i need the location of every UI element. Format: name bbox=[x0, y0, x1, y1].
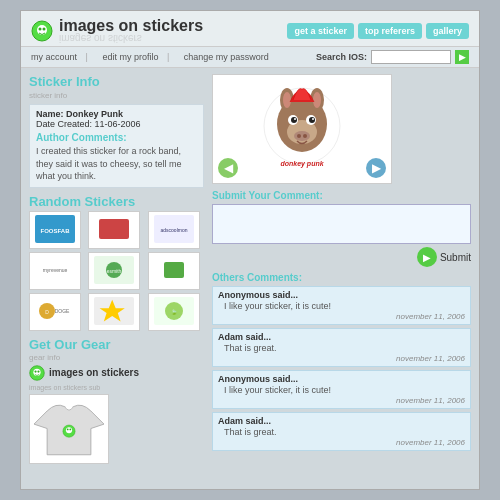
sticker-thumb[interactable] bbox=[148, 252, 200, 290]
svg-text:DOGE: DOGE bbox=[55, 308, 70, 314]
comment-text: That is great. bbox=[218, 343, 465, 353]
sticker-image-area: donkey punk bbox=[252, 84, 352, 174]
svg-text:myrevenue: myrevenue bbox=[43, 267, 68, 273]
comment-date: november 11, 2006 bbox=[218, 438, 465, 447]
gear-logo-icon bbox=[29, 365, 45, 381]
get-sticker-btn[interactable]: get a sticker bbox=[287, 23, 354, 39]
change-password-link[interactable]: change my password bbox=[184, 52, 269, 62]
sticker-name-row: Name: Donkey Punk bbox=[36, 109, 197, 119]
svg-point-29 bbox=[37, 370, 39, 372]
comment-date: november 11, 2006 bbox=[218, 354, 465, 363]
next-button[interactable]: ▶ bbox=[366, 158, 386, 178]
sticker-preview-box: donkey punk ◀ ▶ bbox=[212, 74, 392, 184]
sticker-thumb[interactable] bbox=[88, 293, 140, 331]
prev-button[interactable]: ◀ bbox=[218, 158, 238, 178]
comment-text: That is great. bbox=[218, 427, 465, 437]
thumb-label: 🍃 bbox=[154, 297, 194, 326]
submit-button[interactable]: ▶ Submit bbox=[417, 247, 471, 267]
comment-date: november 11, 2006 bbox=[218, 396, 465, 405]
svg-point-28 bbox=[34, 370, 36, 372]
search-label: Search IOS: bbox=[316, 52, 367, 62]
sticker-thumb[interactable]: D DOGE bbox=[29, 293, 81, 331]
search-input[interactable] bbox=[371, 50, 451, 64]
sticker-thumb[interactable]: FOOSFAB bbox=[29, 211, 81, 249]
svg-point-46 bbox=[312, 118, 314, 120]
date-row: Date Created: 11-06-2006 bbox=[36, 119, 197, 129]
submit-label: Submit bbox=[440, 252, 471, 263]
thumb-label: esmith bbox=[94, 256, 134, 285]
logo-icon bbox=[31, 20, 53, 42]
submit-row: ▶ Submit bbox=[212, 247, 471, 267]
gear-title: Get Our Gear bbox=[29, 337, 204, 352]
sticker-thumb[interactable] bbox=[88, 211, 140, 249]
go-arrow-icon: ▶ bbox=[459, 52, 466, 62]
top-referers-btn[interactable]: top referers bbox=[358, 23, 422, 39]
comment-item: Anonymous said... I like your sticker, i… bbox=[212, 370, 471, 409]
sticker-thumb[interactable]: adscoolmon bbox=[148, 211, 200, 249]
thumb-label: FOOSFAB bbox=[35, 215, 75, 244]
svg-point-45 bbox=[294, 118, 296, 120]
svg-rect-16 bbox=[164, 262, 184, 278]
donkey-sticker-image: donkey punk bbox=[255, 84, 350, 174]
tshirt-svg bbox=[34, 396, 104, 461]
search-go-button[interactable]: ▶ bbox=[455, 50, 469, 64]
page-wrapper: images on stickers images on stickers ge… bbox=[20, 10, 480, 490]
thumb-label: adscoolmon bbox=[154, 215, 194, 244]
svg-point-39 bbox=[313, 92, 321, 108]
svg-point-37 bbox=[283, 92, 291, 108]
date-label: Date Created: bbox=[36, 119, 92, 129]
random-stickers-title: Random Stickers bbox=[29, 194, 204, 209]
svg-text:FOOSFAB: FOOSFAB bbox=[40, 228, 70, 234]
comment-date: november 11, 2006 bbox=[218, 312, 465, 321]
thumb-label: D DOGE bbox=[35, 297, 75, 326]
comment-author: Adam said... bbox=[218, 332, 465, 342]
author-comments-title: Author Comments: bbox=[36, 132, 197, 143]
sub-nav: my account | edit my profilo | change my… bbox=[31, 52, 275, 62]
left-column: Sticker Info sticker info Name: Donkey P… bbox=[29, 74, 204, 464]
sticker-thumb[interactable]: myrevenue bbox=[29, 252, 81, 290]
edit-profile-link[interactable]: edit my profilo bbox=[102, 52, 158, 62]
separator1: | bbox=[86, 52, 88, 62]
header-reflection: images on stickers bbox=[59, 33, 203, 44]
comment-textarea[interactable] bbox=[212, 204, 471, 244]
svg-point-47 bbox=[294, 131, 310, 141]
sub-header: my account | edit my profilo | change my… bbox=[21, 47, 479, 68]
comment-item: Anonymous said... I like your sticker, i… bbox=[212, 286, 471, 325]
comment-author: Anonymous said... bbox=[218, 374, 465, 384]
svg-point-49 bbox=[303, 134, 307, 138]
svg-point-32 bbox=[67, 429, 69, 431]
author-comment-text: I created this sticker for a rock band, … bbox=[36, 145, 197, 183]
comment-text: I like your sticker, it is cute! bbox=[218, 301, 465, 311]
comment-item: Adam said... That is great. november 11,… bbox=[212, 412, 471, 451]
svg-rect-7 bbox=[99, 219, 129, 239]
svg-text:adscoolmon: adscoolmon bbox=[160, 227, 187, 233]
comment-author: Adam said... bbox=[218, 416, 465, 426]
sticker-thumb[interactable]: 🍃 bbox=[148, 293, 200, 331]
gear-logo-sub: images on stickers sub bbox=[29, 384, 204, 391]
sticker-info-box: Name: Donkey Punk Date Created: 11-06-20… bbox=[29, 104, 204, 188]
name-value: Donkey Punk bbox=[66, 109, 123, 119]
svg-point-44 bbox=[309, 117, 315, 123]
submit-circle-icon: ▶ bbox=[417, 247, 437, 267]
svg-point-1 bbox=[37, 25, 47, 35]
svg-point-33 bbox=[69, 429, 71, 431]
main-content: Sticker Info sticker info Name: Donkey P… bbox=[21, 68, 479, 470]
submit-comment-label: Submit Your Comment: bbox=[212, 190, 471, 201]
my-account-link[interactable]: my account bbox=[31, 52, 77, 62]
sticker-info-title: Sticker Info bbox=[29, 74, 204, 89]
svg-text:esmith: esmith bbox=[107, 268, 122, 274]
sticker-thumb[interactable]: esmith bbox=[88, 252, 140, 290]
thumb-label: myrevenue bbox=[35, 256, 75, 285]
separator2: | bbox=[167, 52, 169, 62]
header-left: images on stickers images on stickers bbox=[31, 17, 203, 44]
svg-point-43 bbox=[291, 117, 297, 123]
gallery-btn[interactable]: gallery bbox=[426, 23, 469, 39]
header: images on stickers images on stickers ge… bbox=[21, 11, 479, 47]
gear-logo: images on stickers bbox=[29, 365, 204, 381]
svg-text:🍃: 🍃 bbox=[171, 309, 178, 316]
comment-item: Adam said... That is great. november 11,… bbox=[212, 328, 471, 367]
gear-logo-text: images on stickers bbox=[49, 367, 139, 378]
comment-text: I like your sticker, it is cute! bbox=[218, 385, 465, 395]
svg-point-2 bbox=[39, 27, 42, 30]
gear-subtitle: gear info bbox=[29, 353, 204, 362]
